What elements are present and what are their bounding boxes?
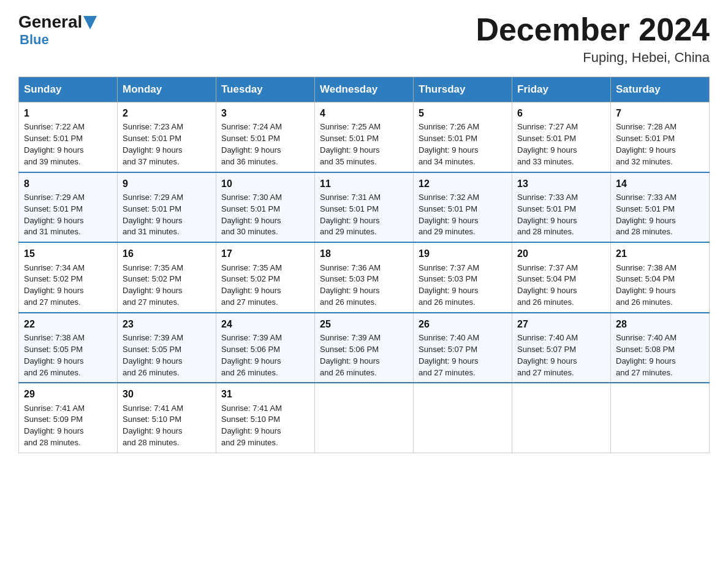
calendar-week-row: 22 Sunrise: 7:38 AM Sunset: 5:05 PM Dayl… [19,313,710,383]
day-number: 19 [419,247,507,261]
day-number: 16 [123,247,211,261]
day-number: 2 [123,106,211,120]
calendar-day-cell: 22 Sunrise: 7:38 AM Sunset: 5:05 PM Dayl… [19,313,118,383]
calendar-week-row: 8 Sunrise: 7:29 AM Sunset: 5:01 PM Dayli… [19,172,710,243]
title-section: December 2024 Fuping, Hebei, China [476,12,710,66]
day-number: 23 [123,317,211,331]
calendar-header-row: Sunday Monday Tuesday Wednesday Thursday… [19,77,710,102]
calendar-day-cell: 19 Sunrise: 7:37 AM Sunset: 5:03 PM Dayl… [414,242,512,313]
calendar-day-cell: 16 Sunrise: 7:35 AM Sunset: 5:02 PM Dayl… [118,242,216,313]
day-number: 6 [517,106,605,120]
day-number: 28 [616,317,704,331]
col-monday: Monday [118,77,216,102]
day-number: 15 [24,247,112,261]
day-number: 25 [320,317,408,331]
calendar-day-cell: 8 Sunrise: 7:29 AM Sunset: 5:01 PM Dayli… [19,172,118,243]
day-number: 10 [221,177,309,191]
calendar-day-cell [611,383,710,453]
col-tuesday: Tuesday [216,77,315,102]
day-number: 3 [221,106,309,120]
calendar-day-cell: 7 Sunrise: 7:28 AM Sunset: 5:01 PM Dayli… [611,102,710,172]
day-number: 29 [24,387,112,401]
calendar-week-row: 29 Sunrise: 7:41 AM Sunset: 5:09 PM Dayl… [19,383,710,453]
calendar-day-cell: 15 Sunrise: 7:34 AM Sunset: 5:02 PM Dayl… [19,242,118,313]
col-wednesday: Wednesday [315,77,414,102]
day-number: 4 [320,106,408,120]
col-saturday: Saturday [611,77,710,102]
day-number: 22 [24,317,112,331]
calendar-day-cell: 25 Sunrise: 7:39 AM Sunset: 5:06 PM Dayl… [315,313,414,383]
location-text: Fuping, Hebei, China [476,50,710,66]
calendar-day-cell: 10 Sunrise: 7:30 AM Sunset: 5:01 PM Dayl… [216,172,315,243]
calendar-day-cell: 21 Sunrise: 7:38 AM Sunset: 5:04 PM Dayl… [611,242,710,313]
col-sunday: Sunday [19,77,118,102]
calendar-day-cell: 6 Sunrise: 7:27 AM Sunset: 5:01 PM Dayli… [512,102,611,172]
calendar-day-cell: 11 Sunrise: 7:31 AM Sunset: 5:01 PM Dayl… [315,172,414,243]
calendar-day-cell: 24 Sunrise: 7:39 AM Sunset: 5:06 PM Dayl… [216,313,315,383]
calendar-day-cell: 1 Sunrise: 7:22 AM Sunset: 5:01 PM Dayli… [19,102,118,172]
calendar-day-cell: 28 Sunrise: 7:40 AM Sunset: 5:08 PM Dayl… [611,313,710,383]
day-number: 12 [419,177,507,191]
calendar-day-cell: 14 Sunrise: 7:33 AM Sunset: 5:01 PM Dayl… [611,172,710,243]
day-number: 14 [616,177,704,191]
calendar-day-cell: 29 Sunrise: 7:41 AM Sunset: 5:09 PM Dayl… [19,383,118,453]
day-number: 30 [123,387,211,401]
calendar-day-cell: 12 Sunrise: 7:32 AM Sunset: 5:01 PM Dayl… [414,172,512,243]
calendar-day-cell [414,383,512,453]
logo-triangle-icon [83,16,97,29]
calendar-day-cell [315,383,414,453]
col-thursday: Thursday [414,77,512,102]
calendar-day-cell: 13 Sunrise: 7:33 AM Sunset: 5:01 PM Dayl… [512,172,611,243]
day-number: 21 [616,247,704,261]
calendar-day-cell: 5 Sunrise: 7:26 AM Sunset: 5:01 PM Dayli… [414,102,512,172]
calendar-day-cell: 31 Sunrise: 7:41 AM Sunset: 5:10 PM Dayl… [216,383,315,453]
calendar-day-cell: 26 Sunrise: 7:40 AM Sunset: 5:07 PM Dayl… [414,313,512,383]
calendar-table: Sunday Monday Tuesday Wednesday Thursday… [18,77,710,453]
col-friday: Friday [512,77,611,102]
page-header: General Blue December 2024 Fuping, Hebei… [18,12,710,66]
calendar-day-cell: 18 Sunrise: 7:36 AM Sunset: 5:03 PM Dayl… [315,242,414,313]
day-number: 18 [320,247,408,261]
day-number: 20 [517,247,605,261]
day-number: 8 [24,177,112,191]
day-number: 7 [616,106,704,120]
calendar-day-cell: 3 Sunrise: 7:24 AM Sunset: 5:01 PM Dayli… [216,102,315,172]
svg-marker-0 [83,16,97,29]
calendar-day-cell [512,383,611,453]
calendar-day-cell: 27 Sunrise: 7:40 AM Sunset: 5:07 PM Dayl… [512,313,611,383]
day-number: 11 [320,177,408,191]
day-number: 24 [221,317,309,331]
calendar-week-row: 15 Sunrise: 7:34 AM Sunset: 5:02 PM Dayl… [19,242,710,313]
logo: General Blue [18,12,97,48]
day-number: 17 [221,247,309,261]
calendar-day-cell: 20 Sunrise: 7:37 AM Sunset: 5:04 PM Dayl… [512,242,611,313]
day-number: 1 [24,106,112,120]
day-number: 5 [419,106,507,120]
logo-blue-text: Blue [20,32,49,48]
calendar-day-cell: 17 Sunrise: 7:35 AM Sunset: 5:02 PM Dayl… [216,242,315,313]
calendar-day-cell: 23 Sunrise: 7:39 AM Sunset: 5:05 PM Dayl… [118,313,216,383]
month-title: December 2024 [476,12,710,47]
day-number: 27 [517,317,605,331]
calendar-day-cell: 4 Sunrise: 7:25 AM Sunset: 5:01 PM Dayli… [315,102,414,172]
calendar-day-cell: 2 Sunrise: 7:23 AM Sunset: 5:01 PM Dayli… [118,102,216,172]
calendar-day-cell: 9 Sunrise: 7:29 AM Sunset: 5:01 PM Dayli… [118,172,216,243]
logo-general-text: General [18,12,82,32]
day-number: 9 [123,177,211,191]
day-number: 13 [517,177,605,191]
day-number: 31 [221,387,309,401]
day-number: 26 [419,317,507,331]
calendar-day-cell: 30 Sunrise: 7:41 AM Sunset: 5:10 PM Dayl… [118,383,216,453]
calendar-week-row: 1 Sunrise: 7:22 AM Sunset: 5:01 PM Dayli… [19,102,710,172]
